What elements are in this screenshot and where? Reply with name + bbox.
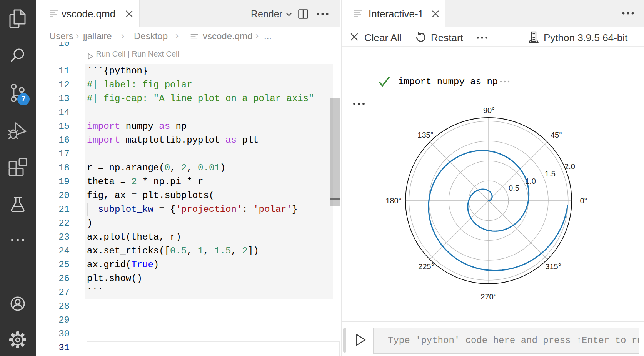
svg-text:270°: 270° [480,293,496,301]
svg-text:180°: 180° [385,196,401,205]
svg-text:1.5: 1.5 [545,170,556,178]
svg-text:90°: 90° [483,106,495,115]
svg-text:45°: 45° [551,131,562,139]
svg-text:2.0: 2.0 [564,162,575,171]
svg-text:1.0: 1.0 [525,177,536,185]
svg-text:0°: 0° [580,196,587,205]
svg-text:0.5: 0.5 [509,184,519,192]
svg-text:225°: 225° [418,262,434,271]
svg-text:135°: 135° [417,131,433,139]
svg-text:315°: 315° [545,262,561,271]
